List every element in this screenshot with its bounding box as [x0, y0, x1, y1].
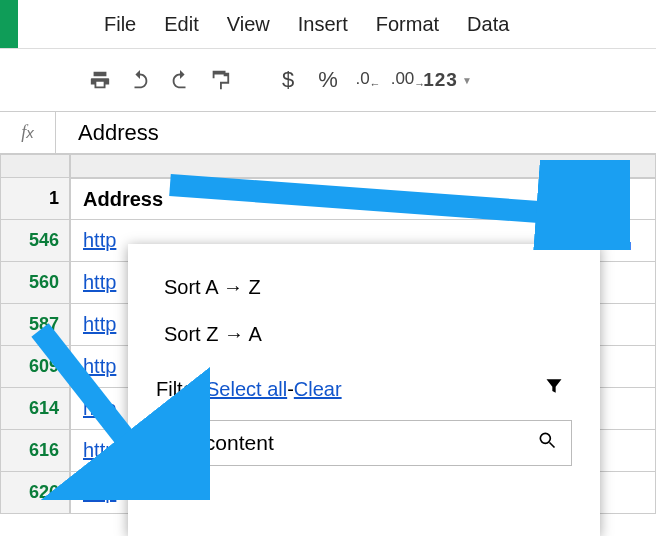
- cell-A1[interactable]: Address: [70, 178, 656, 220]
- filter-links-row: Filter: Select all - Clear: [156, 376, 572, 402]
- increase-decimal-button[interactable]: .00→: [388, 60, 428, 100]
- brand-square: [0, 0, 18, 48]
- filter-dropdown: Sort A → Z Sort Z → A Filter: Select all…: [128, 244, 600, 536]
- menu-format[interactable]: Format: [362, 13, 453, 36]
- row-headers: 1 546 560 587 609 614 616 626: [0, 178, 70, 536]
- select-all-corner[interactable]: [0, 154, 70, 178]
- paint-format-icon[interactable]: [200, 60, 240, 100]
- column-headers[interactable]: [70, 154, 656, 178]
- menu-insert[interactable]: Insert: [284, 13, 362, 36]
- redo-icon[interactable]: [160, 60, 200, 100]
- separator: -: [287, 378, 294, 401]
- sort-a-z[interactable]: Sort A → Z: [156, 264, 572, 311]
- row-header[interactable]: 587: [0, 304, 70, 346]
- toolbar: $ % .0← .00→ 123▼: [0, 48, 656, 112]
- menu-view[interactable]: View: [213, 13, 284, 36]
- print-icon[interactable]: [80, 60, 120, 100]
- row-header[interactable]: 614: [0, 388, 70, 430]
- row-header[interactable]: 560: [0, 262, 70, 304]
- fx-label: fx: [0, 112, 56, 153]
- format-percent-button[interactable]: %: [308, 60, 348, 100]
- search-icon[interactable]: [537, 430, 557, 456]
- format-currency-button[interactable]: $: [268, 60, 308, 100]
- undo-icon[interactable]: [120, 60, 160, 100]
- svg-point-0: [540, 433, 550, 443]
- sort-z-a[interactable]: Sort Z → A: [156, 311, 572, 358]
- filter-search-input[interactable]: wp-content: [156, 420, 572, 466]
- row-header[interactable]: 1: [0, 178, 70, 220]
- menu-edit[interactable]: Edit: [150, 13, 212, 36]
- funnel-icon[interactable]: [544, 376, 564, 402]
- formula-bar: fx Address: [0, 112, 656, 154]
- menu-file[interactable]: File: [90, 13, 150, 36]
- decrease-decimal-button[interactable]: .0←: [348, 60, 388, 100]
- menubar: File Edit View Insert Format Data: [90, 0, 523, 48]
- select-all-link[interactable]: Select all: [206, 378, 287, 401]
- selection-handle[interactable]: [623, 242, 631, 250]
- menu-data[interactable]: Data: [453, 13, 523, 36]
- formula-value[interactable]: Address: [56, 120, 159, 146]
- row-header[interactable]: 609: [0, 346, 70, 388]
- number-format-button[interactable]: 123▼: [428, 60, 468, 100]
- search-value: wp-content: [171, 431, 274, 455]
- row-header[interactable]: 626: [0, 472, 70, 514]
- filter-label: Filter:: [156, 378, 206, 401]
- row-header[interactable]: 546: [0, 220, 70, 262]
- filter-icon[interactable]: ▼: [600, 210, 620, 230]
- cell-text: Address: [83, 188, 163, 211]
- svg-line-1: [550, 443, 555, 448]
- clear-link[interactable]: Clear: [294, 378, 342, 401]
- row-header[interactable]: 616: [0, 430, 70, 472]
